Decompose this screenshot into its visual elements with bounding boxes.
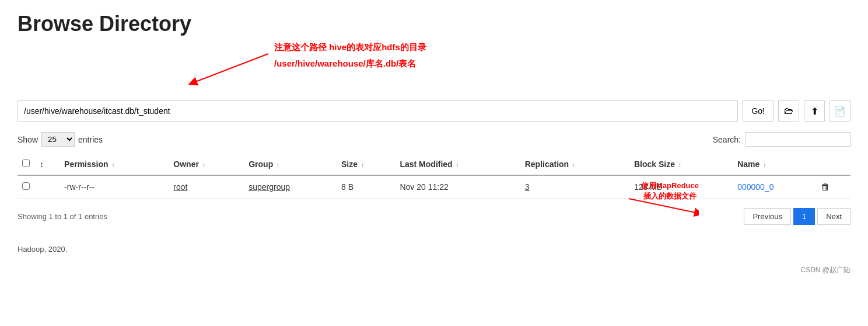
row-sort-cell — [35, 175, 60, 199]
row-last-modified: Nov 20 11:22 — [395, 175, 520, 199]
showing-text: Showing 1 to 1 of 1 entries — [18, 212, 107, 221]
path-bar: Go! 🗁 ⬆ 📄 — [18, 100, 850, 122]
header-size: Size ↕ — [337, 154, 395, 175]
table-row: -rw-r--r-- root supergroup 8 B Nov 20 11… — [18, 175, 850, 199]
annotation-arrow-1 — [175, 45, 280, 89]
row-group: supergroup — [244, 175, 337, 199]
sort-replication-icon: ↕ — [572, 162, 575, 168]
show-entries-area: Show 25 10 50 100 entries — [18, 132, 103, 147]
sort-block-size-icon: ↕ — [678, 162, 681, 168]
delete-icon[interactable]: 🗑 — [821, 182, 830, 192]
row-replication: 3 — [520, 175, 629, 199]
doc-button[interactable]: 📄 — [830, 100, 850, 122]
row-checkbox-cell — [18, 175, 35, 199]
file-table: ↕ Permission ↕ Owner ↕ Group ↕ Size ↕ — [18, 154, 850, 199]
header-name: Name ↕ — [733, 154, 816, 175]
svg-line-1 — [629, 199, 699, 213]
page-title: Browse Directory — [18, 12, 850, 36]
next-button[interactable]: Next — [817, 208, 850, 225]
search-input[interactable] — [746, 132, 850, 147]
previous-button[interactable]: Previous — [744, 208, 791, 225]
upload-button[interactable]: ⬆ — [804, 100, 825, 122]
search-label: Search: — [713, 135, 741, 144]
row-permission: -rw-r--r-- — [60, 175, 169, 199]
svg-line-0 — [192, 54, 268, 83]
annotation-note2: /user/hive/warehouse/库名.db/表名 — [274, 58, 416, 70]
sort-owner-icon: ↕ — [202, 162, 205, 168]
footer-text: Hadoop, 2020. — [18, 245, 850, 254]
sort-name-icon: ↕ — [763, 162, 766, 168]
header-checkbox-col — [18, 154, 35, 175]
sort-size-icon: ↕ — [361, 162, 364, 168]
doc-icon: 📄 — [834, 106, 846, 117]
header-last-modified: Last Modified ↕ — [395, 154, 520, 175]
header-block-size: Block Size ↕ — [629, 154, 733, 175]
header-permission: Permission ↕ — [60, 154, 169, 175]
search-area: Search: — [713, 132, 850, 147]
file-link[interactable]: 000000_0 — [737, 182, 774, 192]
select-all-checkbox[interactable] — [22, 159, 30, 167]
page-1-button[interactable]: 1 — [793, 208, 815, 225]
annotation-arrow-2 — [582, 196, 699, 225]
replication-value: 3 — [525, 182, 530, 192]
sort-last-modified-icon: ↕ — [456, 162, 459, 168]
upload-icon: ⬆ — [811, 106, 818, 117]
pagination-wrapper: 使用MapReduce插入的数据文件 Previous 1 Next — [744, 208, 850, 225]
folder-icon: 🗁 — [784, 106, 793, 116]
row-name: 000000_0 — [733, 175, 816, 199]
annotation-note1: 注意这个路径 hive的表对应hdfs的目录 — [274, 42, 426, 53]
header-owner: Owner ↕ — [169, 154, 244, 175]
sort-group-icon: ↕ — [276, 162, 279, 168]
table-header-row: ↕ Permission ↕ Owner ↕ Group ↕ Size ↕ — [18, 154, 850, 175]
row-size: 8 B — [337, 175, 395, 199]
annotation-area: 注意这个路径 hive的表对应hdfs的目录 /user/hive/wareho… — [18, 42, 850, 95]
header-sort-col: ↕ — [35, 154, 60, 175]
sort-icon: ↕ — [40, 159, 44, 169]
entries-label: entries — [78, 135, 103, 144]
group-link[interactable]: supergroup — [249, 182, 290, 192]
row-delete: 🗑 — [816, 175, 850, 199]
table-controls: Show 25 10 50 100 entries Search: — [18, 132, 850, 147]
pagination: Previous 1 Next — [744, 208, 850, 225]
go-button[interactable]: Go! — [743, 100, 774, 122]
csdn-credit: CSDN @赵广陆 — [18, 265, 850, 275]
header-actions — [816, 154, 850, 175]
owner-link[interactable]: root — [173, 182, 187, 192]
folder-button[interactable]: 🗁 — [778, 100, 799, 122]
table-footer: Showing 1 to 1 of 1 entries 使用MapReduce插… — [18, 206, 850, 227]
header-group: Group ↕ — [244, 154, 337, 175]
header-replication: Replication ↕ — [520, 154, 629, 175]
row-owner: root — [169, 175, 244, 199]
path-input[interactable] — [18, 100, 738, 122]
entries-select[interactable]: 25 10 50 100 — [41, 132, 75, 147]
row-checkbox[interactable] — [22, 182, 30, 190]
sort-permission-icon: ↕ — [111, 162, 114, 168]
show-label: Show — [18, 135, 38, 144]
